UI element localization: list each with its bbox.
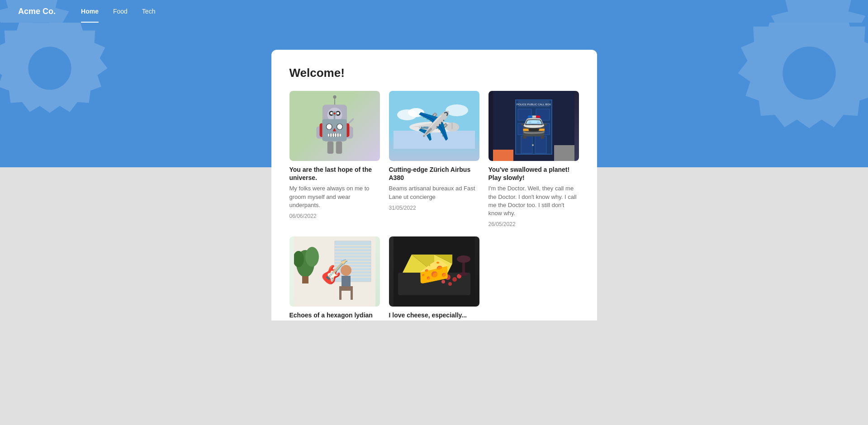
svg-rect-60 [351, 291, 353, 300]
article-card-2[interactable]: AIRBUS A380 Cutting-edge Zürich Airbus A… [389, 91, 479, 227]
article-image-1 [289, 91, 380, 161]
article-excerpt-3: I'm the Doctor. Well, they call me the D… [489, 184, 579, 217]
svg-point-67 [445, 274, 451, 280]
article-date-3: 26/05/2022 [489, 221, 579, 227]
svg-point-72 [457, 255, 470, 263]
article-placeholder [489, 236, 579, 321]
article-image-2: AIRBUS A380 [389, 91, 479, 161]
article-date-1: 06/06/2022 [289, 213, 380, 219]
welcome-title: Welcome! [289, 66, 579, 80]
svg-point-71 [448, 282, 452, 286]
svg-point-74 [459, 272, 468, 276]
article-image-4 [289, 236, 380, 307]
svg-rect-55 [302, 276, 308, 283]
articles-row-1: You are the last hope of the universe. M… [289, 91, 579, 227]
article-card-1[interactable]: You are the last hope of the universe. M… [289, 91, 380, 227]
svg-rect-34 [535, 136, 546, 153]
article-excerpt-1: My folks were always on me to groom myse… [289, 184, 380, 209]
header: Acme Co. Home Food Tech [0, 0, 868, 23]
svg-marker-66 [434, 255, 452, 264]
nav-item-home[interactable]: Home [74, 0, 106, 23]
svg-point-6 [330, 112, 332, 114]
svg-text:AIRBUS A380: AIRBUS A380 [421, 126, 441, 129]
article-image-5 [389, 236, 479, 307]
bg-gear-left [0, 23, 127, 163]
svg-point-68 [452, 277, 457, 282]
svg-point-7 [337, 112, 339, 114]
svg-point-1 [783, 47, 836, 100]
svg-rect-37 [554, 145, 574, 161]
svg-point-54 [305, 247, 319, 267]
article-title-5: I love cheese, especially... [389, 311, 479, 319]
nav-item-food[interactable]: Food [106, 0, 135, 23]
svg-rect-17 [394, 131, 475, 149]
svg-point-35 [532, 144, 534, 146]
article-excerpt-2: Beams artisanal bureaux ad Fast Lane ut … [389, 184, 479, 201]
svg-rect-36 [493, 150, 513, 161]
svg-rect-32 [536, 123, 550, 135]
svg-point-4 [329, 111, 334, 116]
article-card-3[interactable]: POLICE PUBLIC CALL BOX [489, 91, 579, 227]
svg-point-56 [341, 265, 351, 276]
article-image-3: POLICE PUBLIC CALL BOX [489, 91, 579, 161]
bg-gear-right [714, 23, 868, 190]
svg-rect-58 [339, 286, 353, 291]
svg-point-20 [446, 104, 468, 116]
svg-rect-29 [518, 109, 531, 120]
svg-rect-23 [451, 123, 453, 129]
article-title-2: Cutting-edge Zürich Airbus A380 [389, 165, 479, 182]
article-title-4: Echoes of a hexagon lydian scale [289, 311, 380, 321]
article-title-1: You are the last hope of the universe. [289, 165, 380, 182]
svg-marker-65 [434, 255, 452, 273]
svg-point-19 [408, 108, 424, 117]
svg-rect-30 [536, 109, 550, 120]
articles-row-2: Echoes of a hexagon lydian scale Your ba… [289, 236, 579, 321]
svg-rect-12 [346, 126, 353, 138]
content-card: Welcome! [271, 50, 597, 321]
svg-rect-11 [316, 126, 323, 138]
svg-rect-14 [336, 141, 342, 153]
svg-point-9 [333, 95, 336, 98]
svg-point-5 [335, 111, 340, 116]
svg-rect-31 [518, 123, 531, 135]
svg-rect-59 [339, 291, 342, 300]
gear-decoration-right [732, 0, 868, 23]
svg-point-3 [327, 107, 342, 122]
article-date-2: 31/05/2022 [389, 205, 479, 211]
svg-rect-33 [521, 136, 532, 153]
nav-item-tech[interactable]: Tech [135, 0, 163, 23]
svg-point-69 [441, 280, 445, 283]
svg-point-0 [28, 47, 71, 90]
article-card-4[interactable]: Echoes of a hexagon lydian scale Your ba… [289, 236, 380, 321]
article-title-3: You've swallowed a planet! Play slowly! [489, 165, 579, 182]
article-card-5[interactable]: I love cheese, especially... Cheese and … [389, 236, 479, 321]
svg-rect-10 [324, 125, 345, 141]
svg-text:POLICE PUBLIC CALL BOX: POLICE PUBLIC CALL BOX [516, 103, 550, 106]
svg-line-15 [346, 119, 353, 126]
svg-rect-13 [327, 141, 333, 153]
main-nav: Home Food Tech [74, 0, 162, 23]
